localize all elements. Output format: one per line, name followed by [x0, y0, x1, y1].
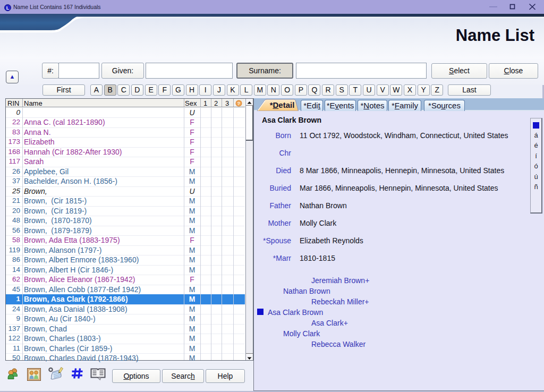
- svg-text:?: ?: [237, 100, 241, 106]
